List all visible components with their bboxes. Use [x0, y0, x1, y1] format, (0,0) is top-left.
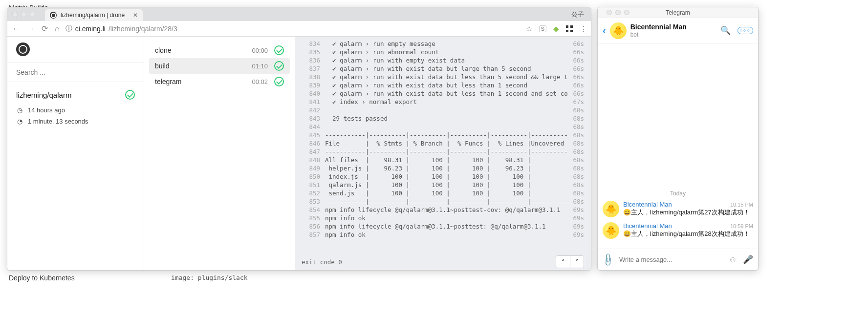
chat-title-block[interactable]: Bicentennial Man bot	[630, 23, 716, 38]
tab-close-icon[interactable]: ✕	[133, 12, 138, 19]
log-line: 843 29 tests passed68s	[295, 114, 591, 123]
browser-profile[interactable]: 公子	[571, 10, 584, 19]
emoji-icon[interactable]: ☺	[729, 255, 737, 265]
close-dot[interactable]	[607, 10, 612, 15]
msg-timestamp: 10:15 PM	[730, 202, 753, 208]
min-dot[interactable]	[21, 12, 26, 17]
tab-title: lizheming/qalarm | drone	[61, 12, 125, 19]
nav-back-icon[interactable]: ←	[11, 24, 21, 33]
log-line: 840 ✔ qalarm › run with exist data but l…	[295, 89, 591, 98]
repo-card[interactable]: lizheming/qalarm ◷ 14 hours ago ◔ 1 minu…	[7, 82, 144, 133]
log-line: 856npm info lifecycle @q/qalarm@3.1.1~po…	[295, 222, 591, 231]
log-line-text: npm info lifecycle @q/qalarm@3.1.1~postt…	[325, 222, 568, 231]
mic-icon[interactable]: 🎤	[743, 254, 753, 265]
log-line-duration: 68s	[573, 123, 584, 131]
sidebar-search[interactable]	[7, 63, 144, 82]
log-line-duration: 68s	[573, 139, 584, 147]
log-line-text: npm info ok	[325, 214, 568, 222]
tg-more-icon[interactable]: ○○○	[738, 27, 753, 34]
step-telegram[interactable]: telegram00:02	[149, 74, 290, 89]
step-build[interactable]: build01:10	[149, 58, 290, 74]
message-input[interactable]	[619, 256, 723, 263]
log-line-text: ✔ qalarm › run with exist data but large…	[325, 64, 568, 73]
log-line-number: 851	[302, 181, 320, 189]
msg-sender: Bicentennial Man	[623, 222, 672, 230]
log-line: 841 ✔ index › normal export67s	[295, 98, 591, 106]
browser-tab[interactable]: lizheming/qalarm | drone ✕	[45, 9, 143, 21]
log-line: 855npm info ok69s	[295, 214, 591, 222]
tg-titlebar: Telegram	[598, 7, 758, 18]
back-icon[interactable]: ‹	[603, 25, 606, 36]
favicon-icon	[50, 12, 57, 19]
log-line-text: npm info ok	[325, 231, 568, 239]
log-line-duration: 68s	[573, 106, 584, 114]
ext-s-icon[interactable]: S	[539, 25, 546, 32]
step-time: 00:00	[252, 47, 268, 54]
url-field[interactable]: ⓘ ci.eming.li/lizheming/qalarm/28/3	[65, 24, 521, 33]
qr-icon[interactable]	[566, 25, 573, 32]
log-line-duration: 66s	[573, 73, 584, 81]
log-line-duration: 68s	[573, 131, 584, 139]
nav-home-icon[interactable]: ⌂	[54, 24, 61, 33]
log-line-text: ✔ qalarm › run with exist data but less …	[325, 89, 568, 98]
chat-area[interactable]: Today 🐥Bicentennial Man10:15 PM😀主人，lizhe…	[598, 43, 758, 249]
build-log[interactable]: 834 ✔ qalarm › run empty message66s835 ✔…	[295, 37, 591, 270]
log-line-duration: 66s	[573, 64, 584, 73]
exit-code: exit code 0	[302, 258, 342, 266]
msg-avatar: 🐥	[603, 222, 619, 239]
log-line-number: 841	[302, 98, 320, 106]
bookmark-icon[interactable]: ☆	[526, 24, 532, 33]
step-clone[interactable]: clone00:00	[149, 42, 290, 58]
log-line-number: 844	[302, 123, 320, 131]
telegram-window: Telegram ‹ 🐥 Bicentennial Man bot 🔍 ○○○ …	[597, 7, 759, 271]
log-line-text: -----------|----------|----------|------…	[325, 147, 568, 156]
log-line: 834 ✔ qalarm › run empty message66s	[295, 40, 591, 48]
status-success-icon	[274, 45, 284, 55]
log-line-number: 834	[302, 40, 320, 48]
log-line-number: 838	[302, 73, 320, 81]
drone-logo-icon	[16, 42, 30, 56]
nav-reload-icon[interactable]: ⟳	[41, 24, 49, 33]
browser-tabbar: lizheming/qalarm | drone ✕ 公子	[7, 7, 591, 21]
bg-text-code: image: plugins/slack	[171, 274, 248, 281]
log-line-duration: 69s	[573, 214, 584, 222]
log-line-duration: 66s	[573, 81, 584, 89]
window-controls[interactable]	[7, 12, 40, 17]
log-line-duration: 69s	[573, 222, 584, 231]
log-line-text: ✔ qalarm › run abnormal count	[325, 48, 568, 56]
close-dot[interactable]	[12, 12, 18, 17]
timer-icon: ◔	[16, 118, 23, 125]
min-dot[interactable]	[615, 10, 621, 15]
log-line-number: 836	[302, 56, 320, 64]
log-up-button[interactable]: ˄	[556, 256, 570, 268]
search-input[interactable]	[16, 68, 135, 76]
log-line-text: ✔ qalarm › run with empty exist data	[325, 56, 568, 64]
status-success-icon	[125, 90, 135, 100]
tg-window-controls[interactable]	[602, 10, 634, 15]
max-dot[interactable]	[30, 12, 35, 17]
android-icon[interactable]: ◆	[553, 24, 559, 33]
log-line: 839 ✔ qalarm › run with exist data but l…	[295, 81, 591, 89]
info-icon[interactable]: ⓘ	[65, 24, 72, 33]
browser-window: lizheming/qalarm | drone ✕ 公子 ← → ⟳ ⌂ ⓘ …	[7, 7, 591, 271]
log-line-duration: 69s	[573, 231, 584, 239]
log-line-number: 835	[302, 48, 320, 56]
log-line-number: 854	[302, 206, 320, 214]
log-line: 851 qalarm.js | 100 | 100 | 100 | 100 | …	[295, 181, 591, 189]
log-line-duration: 68s	[573, 189, 584, 197]
log-line-number: 849	[302, 164, 320, 172]
tg-header: ‹ 🐥 Bicentennial Man bot 🔍 ○○○	[598, 18, 758, 43]
log-line-number: 837	[302, 64, 320, 73]
log-nav-buttons: ˄ ˅	[556, 255, 584, 268]
log-line: 857npm info ok69s	[295, 231, 591, 239]
drone-logo[interactable]	[7, 37, 144, 63]
tg-search-icon[interactable]: 🔍	[720, 25, 731, 36]
chat-message[interactable]: 🐥Bicentennial Man10:59 PM😀主人，lizheming/q…	[603, 222, 753, 239]
max-dot[interactable]	[624, 10, 629, 15]
log-down-button[interactable]: ˅	[570, 256, 584, 268]
step-time: 01:10	[252, 63, 268, 70]
attach-icon[interactable]: 📎	[600, 252, 615, 267]
chat-avatar[interactable]: 🐥	[610, 22, 627, 39]
kebab-icon[interactable]: ⋮	[580, 24, 587, 33]
chat-message[interactable]: 🐥Bicentennial Man10:15 PM😀主人，lizheming/q…	[603, 201, 753, 217]
